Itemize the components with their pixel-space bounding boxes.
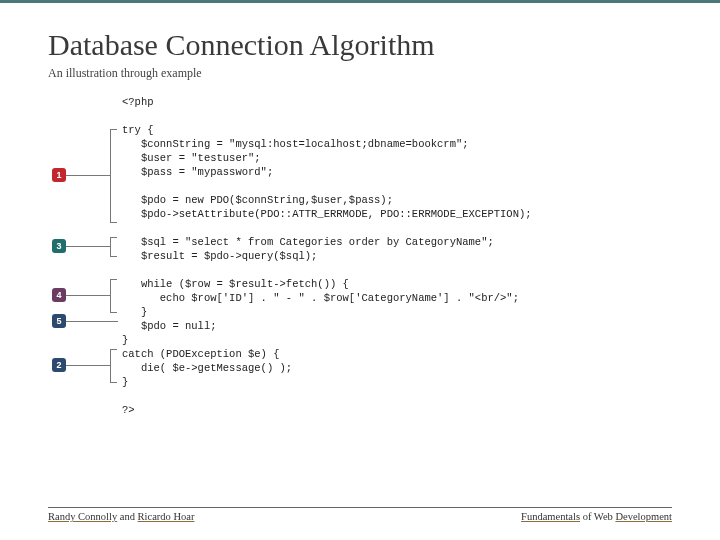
footer-book-2: Development [615, 511, 672, 522]
bracket-3 [110, 237, 117, 257]
bracket-1 [110, 129, 117, 223]
footer-author-2: Ricardo Hoar [138, 511, 195, 522]
footer-author-1: Randy Connolly [48, 511, 117, 522]
callout-dot-5: 5 [52, 314, 66, 328]
callout-2: 2 [52, 358, 110, 372]
bracket-4 [110, 279, 117, 313]
slide-subtitle: An illustration through example [48, 66, 672, 81]
callout-conn-5 [66, 321, 118, 322]
callout-conn-4 [66, 295, 110, 296]
slide: Database Connection Algorithm An illustr… [0, 0, 720, 540]
callout-dot-4: 4 [52, 288, 66, 302]
callout-3: 3 [52, 239, 110, 253]
code-block: <?php try { $connString = "mysql:host=lo… [122, 95, 532, 417]
bracket-2 [110, 349, 117, 383]
callout-1: 1 [52, 168, 110, 182]
callout-conn-2 [66, 365, 110, 366]
slide-footer: Randy Connolly and Ricardo Hoar Fundamen… [48, 511, 672, 522]
footer-book-1: Fundamentals [521, 511, 580, 522]
top-rule [0, 0, 720, 3]
callout-conn-1 [66, 175, 110, 176]
callout-conn-3 [66, 246, 110, 247]
code-illustration: <?php try { $connString = "mysql:host=lo… [52, 95, 662, 465]
slide-title: Database Connection Algorithm [48, 28, 672, 62]
callout-dot-3: 3 [52, 239, 66, 253]
footer-book-mid: of Web [580, 511, 615, 522]
footer-sep: and [117, 511, 137, 522]
callout-dot-1: 1 [52, 168, 66, 182]
callout-dot-2: 2 [52, 358, 66, 372]
callout-5: 5 [52, 314, 118, 328]
footer-left: Randy Connolly and Ricardo Hoar [48, 511, 194, 522]
footer-right: Fundamentals of Web Development [521, 511, 672, 522]
callout-4: 4 [52, 288, 110, 302]
